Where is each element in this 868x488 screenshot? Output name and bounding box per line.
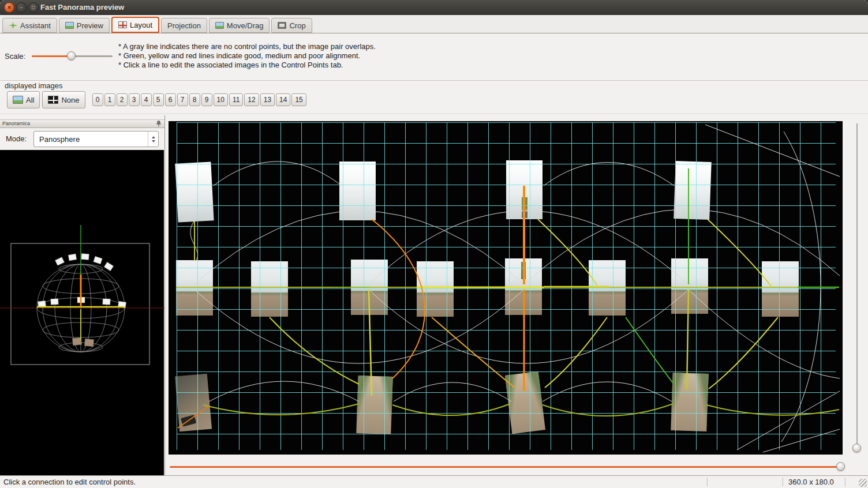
- connection-line[interactable]: [542, 382, 672, 401]
- sphere-photo-patch: [85, 339, 94, 346]
- help-line: * Green, yellow and red lines indicate g…: [118, 51, 376, 61]
- statusbar-separator: [783, 478, 783, 486]
- image-toggle-8[interactable]: 8: [189, 93, 200, 106]
- scale-slider[interactable]: [30, 51, 114, 61]
- connection-line[interactable]: [626, 317, 673, 383]
- image-toggle-15[interactable]: 15: [291, 93, 306, 106]
- tab-projection[interactable]: Projection: [161, 18, 207, 33]
- scale-label: Scale:: [5, 52, 25, 61]
- image-toggle-14[interactable]: 14: [276, 93, 290, 106]
- yaw-slider[interactable]: [169, 460, 845, 473]
- connection-line[interactable]: [214, 162, 342, 186]
- connection-line[interactable]: [687, 290, 689, 390]
- sphere-patches: [38, 254, 126, 347]
- image-toggle-0[interactable]: 0: [92, 93, 103, 106]
- pin-icon[interactable]: [155, 121, 162, 127]
- connection-line[interactable]: [544, 163, 674, 186]
- connection-line[interactable]: [708, 219, 771, 286]
- image-toggle-12[interactable]: 12: [244, 93, 259, 106]
- image-toggle-3[interactable]: 3: [129, 93, 140, 106]
- spinner-arrows-icon[interactable]: [148, 132, 158, 147]
- tab-crop[interactable]: Crop: [271, 18, 312, 33]
- connection-line[interactable]: [369, 290, 689, 363]
- connection-lines[interactable]: [169, 121, 843, 455]
- image-toggle-10[interactable]: 10: [214, 93, 228, 106]
- sphere-photo-patch: [104, 262, 113, 271]
- tab-layout[interactable]: Layout: [111, 17, 159, 33]
- panel-title: Panoramica: [2, 121, 30, 126]
- tab-label: Crop: [289, 21, 305, 30]
- maximize-button[interactable]: ◻: [28, 2, 39, 13]
- tab-label: Projection: [167, 21, 201, 30]
- preview-area: [166, 115, 868, 475]
- tab-label: Move/Drag: [227, 21, 264, 30]
- layout-canvas[interactable]: [169, 121, 843, 455]
- connection-line[interactable]: [209, 381, 359, 401]
- pitch-slider-track[interactable]: [856, 123, 858, 444]
- image-toggle-2[interactable]: 2: [117, 93, 128, 106]
- connection-line[interactable]: [538, 219, 597, 285]
- tab-label: Layout: [130, 21, 152, 29]
- minimize-button[interactable]: −: [16, 2, 27, 13]
- connection-line[interactable]: [763, 429, 840, 452]
- connection-line[interactable]: [270, 317, 359, 384]
- image-toggle-5[interactable]: 5: [153, 93, 164, 106]
- group-divider: [0, 80, 868, 81]
- connection-line[interactable]: [524, 209, 840, 284]
- help-line: * Click a line to edit the associated im…: [118, 61, 376, 70]
- yaw-slider-track[interactable]: [170, 466, 837, 468]
- mode-row: Mode: Panosphere: [0, 128, 164, 150]
- panel-header[interactable]: Panoramica: [0, 119, 164, 128]
- connection-line[interactable]: [178, 406, 209, 428]
- tab-preview[interactable]: Preview: [59, 18, 110, 33]
- connection-line[interactable]: [709, 317, 778, 389]
- sphere-photo-patch: [55, 257, 64, 266]
- tab-assistant[interactable]: Assistant: [2, 18, 57, 33]
- pitch-slider-handle[interactable]: [852, 444, 861, 452]
- panosphere-3d-preview[interactable]: [0, 150, 164, 475]
- image-toggle-1[interactable]: 1: [104, 93, 115, 106]
- connection-line[interactable]: [394, 382, 511, 401]
- status-bar: Click a connection to edit control point…: [0, 475, 868, 488]
- scale-slider-handle[interactable]: [67, 51, 76, 60]
- yaw-slider-handle[interactable]: [836, 462, 845, 471]
- window-title: Fast Panorama preview: [40, 3, 124, 12]
- connection-line[interactable]: [194, 290, 524, 363]
- group-divider: [0, 114, 868, 114]
- image-toggle-6[interactable]: 6: [165, 93, 176, 106]
- sphere-photo-patch: [81, 254, 89, 260]
- show-all-button[interactable]: All: [7, 91, 40, 108]
- connection-line[interactable]: [705, 125, 840, 177]
- connection-line[interactable]: [194, 211, 524, 285]
- connection-line[interactable]: [392, 404, 510, 415]
- connection-line[interactable]: [203, 404, 359, 415]
- connection-line[interactable]: [542, 404, 673, 416]
- pitch-slider[interactable]: [851, 122, 863, 453]
- all-images-icon: [13, 96, 23, 104]
- help-line: * A gray line indicates there are no con…: [118, 42, 376, 51]
- displayed-images-label: displayed images: [5, 81, 62, 90]
- connection-line[interactable]: [737, 391, 840, 450]
- image-toggle-13[interactable]: 13: [260, 93, 275, 106]
- connection-line[interactable]: [706, 405, 839, 415]
- no-images-icon: [48, 96, 58, 104]
- titlebar[interactable]: ✕ − ◻ Fast Panorama preview: [0, 0, 868, 15]
- image-toggle-7[interactable]: 7: [177, 93, 188, 106]
- resize-grip[interactable]: [859, 479, 867, 487]
- none-button-label: None: [61, 96, 79, 104]
- close-button[interactable]: ✕: [4, 2, 14, 13]
- connection-line[interactable]: [545, 317, 607, 388]
- sphere-photo-patch: [68, 254, 77, 261]
- connection-line[interactable]: [369, 290, 372, 396]
- mode-select[interactable]: Panosphere: [33, 131, 159, 147]
- show-none-button[interactable]: None: [42, 91, 85, 108]
- image-toggle-11[interactable]: 11: [229, 93, 243, 106]
- image-toggle-9[interactable]: 9: [201, 93, 212, 106]
- canvas-size-label: 360.0 x 180.0: [788, 478, 834, 486]
- tab-move-drag[interactable]: Move/Drag: [209, 18, 270, 33]
- displayed-images-toolbar: All None 0123456789101112131415: [7, 90, 308, 110]
- image-toggle-4[interactable]: 4: [141, 93, 152, 106]
- tab-label: Assistant: [20, 21, 51, 30]
- window: ✕ − ◻ Fast Panorama preview AssistantPre…: [0, 0, 868, 488]
- mode-selected-value: Panosphere: [39, 135, 80, 144]
